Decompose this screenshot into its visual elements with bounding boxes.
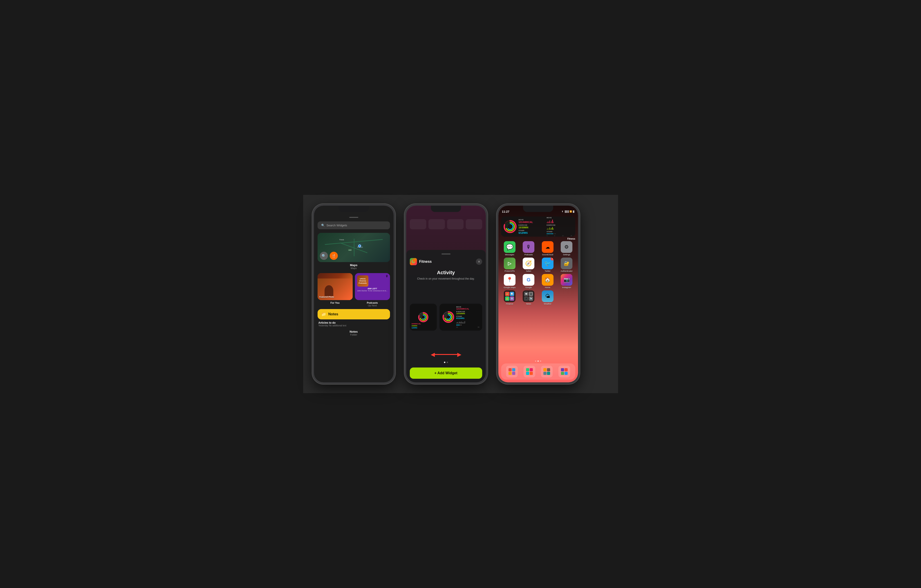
fitness-header: Fitness ✕ <box>410 258 482 265</box>
podcasts-label: Podcasts <box>355 301 390 304</box>
instagram-icon[interactable]: 📷 <box>561 274 573 286</box>
photos-widget-wrap: Featured Photo For You <box>317 273 353 307</box>
google-wrap[interactable]: G Google <box>520 274 537 289</box>
notes-label: Notes <box>329 312 338 316</box>
messages-wrap[interactable]: 💬 Messages <box>501 241 518 256</box>
home-wrap[interactable]: 🏠 Home <box>539 274 557 289</box>
soundcloud-wrap[interactable]: ☁ SoundCloud <box>539 241 557 256</box>
protonvpn-icon[interactable]: ▷ <box>504 258 516 269</box>
notch-2 <box>431 206 461 212</box>
maps-widget-label: Maps <box>317 263 390 267</box>
protonvpn-name: ProtonVPN <box>504 270 514 272</box>
google-name: Google <box>526 286 532 289</box>
app-row-3: 📍 Google Maps G Google 🏠 <box>501 274 575 289</box>
dot-2 <box>447 362 448 363</box>
dock-folder-1[interactable] <box>506 366 518 377</box>
podcasts-app-name: Podcasts <box>524 253 533 256</box>
dock-folder-4[interactable] <box>558 366 570 377</box>
authenticator-wrap[interactable]: 🔐 Authenticator <box>558 258 575 272</box>
panel-handle <box>349 217 358 218</box>
fitness-app-icon <box>410 258 417 265</box>
add-widget-button[interactable]: + Add Widget <box>410 367 482 379</box>
dock-folder-2[interactable] <box>524 366 535 377</box>
location-icon: ⬆ <box>561 210 563 213</box>
home-rings <box>503 220 517 233</box>
news-icon[interactable]: 📰 📱 🗞 📡 <box>523 291 534 302</box>
notch-3 <box>523 206 553 212</box>
battery-icon: ▓ <box>573 210 574 213</box>
home-exercise-value: 10/30MIN <box>519 226 544 229</box>
safari-icon[interactable]: 🧭 <box>523 258 534 269</box>
move-value-large: 121/440KCAL <box>456 308 480 310</box>
map-location-pin <box>358 245 361 247</box>
safari-name: Safari <box>526 270 531 272</box>
podcast-icon: 🎙 <box>386 275 389 278</box>
small-hrs: 12HRS <box>412 327 435 329</box>
map-widget: Thirsk Kilburn A19 🔍 🍴 <box>317 233 390 262</box>
soundcloud-icon[interactable]: ☁ <box>542 241 553 253</box>
home-app-icon[interactable]: 🏠 <box>542 274 553 286</box>
instagram-wrap[interactable]: 📷 Instagram <box>558 274 575 289</box>
activity-widget-small: 3/440KCAL /30MIN 12HRS <box>410 304 437 331</box>
close-button[interactable]: ✕ <box>476 258 482 265</box>
twitter-icon[interactable]: 🐦 1 <box>542 258 553 269</box>
small-min: /30MIN <box>412 325 435 327</box>
finance-wrap[interactable]: 💳 📊 💰 🔢 Finance <box>501 291 518 305</box>
photos-label: For You <box>317 301 353 304</box>
weather-wrap[interactable]: 🌤 Weather <box>539 291 557 305</box>
app-row-1: 💬 Messages 🎙 Podcasts ☁ <box>501 241 575 256</box>
dot-1 <box>444 362 445 363</box>
messages-name: Messages <box>505 253 514 256</box>
photos-featured-label: Featured Photo <box>319 296 334 298</box>
activity-widget-large: MOVE 121/440KCAL EXERCISE 10/30MIN STAND… <box>439 304 482 331</box>
twitter-wrap[interactable]: 🐦 1 Twitter <box>539 258 557 272</box>
home-move-value: 121/440KCAL <box>519 221 544 223</box>
signal-bars: ▐▐▐ <box>564 210 569 213</box>
maps-widget-sub: Maps <box>317 267 390 270</box>
maps-widget-item: Thirsk Kilburn A19 🔍 🍴 Maps Maps <box>317 233 390 270</box>
authenticator-icon[interactable]: 🔐 <box>561 258 573 269</box>
news-name: News <box>526 303 531 305</box>
google-icon[interactable]: G <box>523 274 534 286</box>
dock-folder-3[interactable] <box>541 366 553 377</box>
dock <box>501 364 575 380</box>
activity-title: Activity <box>410 270 482 276</box>
map-food-btn[interactable]: 🍴 <box>330 252 338 260</box>
messages-icon[interactable]: 💬 <box>504 241 516 253</box>
notes-footer: Notes Folder <box>317 327 390 336</box>
arrow-line <box>435 354 457 355</box>
notes-footer-label: Notes <box>317 330 390 333</box>
finance-icon[interactable]: 💳 📊 💰 🔢 <box>504 291 516 302</box>
safari-wrap[interactable]: 🧭 Safari <box>520 258 537 272</box>
weather-icon[interactable]: 🌤 <box>542 291 553 302</box>
settings-wrap[interactable]: ⚙ Settings <box>558 241 575 256</box>
small-widgets-row: Featured Photo For You UPAYA Dharma Podc… <box>317 273 390 307</box>
map-search-btn[interactable]: 🔍 <box>320 252 328 260</box>
search-bar[interactable]: 🔍 Search Widgets <box>317 221 390 229</box>
search-icon: 🔍 <box>321 224 325 227</box>
authenticator-name: Authenticator <box>561 270 573 272</box>
settings-icon[interactable]: ⚙ <box>561 241 573 253</box>
small-kcal: 3/440KCAL <box>412 323 435 325</box>
widget-panel[interactable]: 🔍 Search Widgets Thirsk Kilburn A19 <box>314 206 394 382</box>
podcasts-icon[interactable]: 🎙 <box>523 241 534 253</box>
fitness-label-home: Fitness <box>567 237 575 240</box>
podcasts-wrap[interactable]: 🎙 Podcasts <box>520 241 537 256</box>
exercise-value-large: 10/30MIN <box>456 312 480 315</box>
news-wrap[interactable]: 📰 📱 🗞 📡 News <box>520 291 537 305</box>
widget-carousel: 3/440KCAL /30MIN 12HRS <box>410 284 482 350</box>
googlemaps-wrap[interactable]: 📍 Google Maps <box>501 274 518 289</box>
stand-label-large: STAND <box>456 315 480 317</box>
map-road-label: A19 <box>348 249 352 251</box>
page-dot-2 <box>537 361 539 362</box>
protonvpn-wrap[interactable]: ▷ ProtonVPN <box>501 258 518 272</box>
fitness-sheet: Fitness ✕ Activity Check in on your move… <box>406 250 486 382</box>
googlemaps-icon[interactable]: 📍 <box>504 274 516 286</box>
notes-article: Articles to do <box>319 321 389 324</box>
home-stats: MOVE 121/440KCAL EXERCISE 10/30MIN STAND… <box>519 219 544 234</box>
podcasts-widget: UPAYA Dharma Podcasts 🎙 46M LEFT John Du… <box>355 273 390 300</box>
podcast-desc: John Dunne: To be conscious is to b... <box>357 290 388 292</box>
notes-widget[interactable]: 📁 Notes <box>317 309 390 319</box>
activity-desc: Check in on your movement throughout the… <box>410 277 482 281</box>
search-placeholder: Search Widgets <box>327 224 347 227</box>
